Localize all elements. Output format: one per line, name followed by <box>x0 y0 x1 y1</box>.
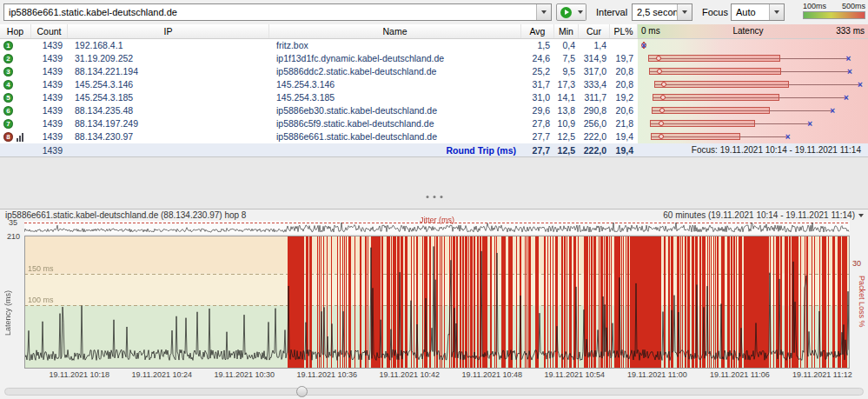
hop-row[interactable]: 2143931.19.209.252ip1f13d1fc.dynamic.kab… <box>0 52 868 65</box>
max-marker: × <box>807 117 812 130</box>
target-host-combobox[interactable] <box>3 3 552 21</box>
hop-cell: 3 <box>0 65 31 78</box>
header-min: Min <box>554 24 579 38</box>
header-latency: 0 ms Latency 333 ms <box>638 24 868 38</box>
max-marker: × <box>858 78 863 91</box>
avg-marker <box>661 82 666 87</box>
start-trace-dropdown-button[interactable] <box>574 3 586 21</box>
latency-range-box <box>653 94 779 101</box>
avg-marker <box>659 121 664 126</box>
max-marker: × <box>847 65 852 78</box>
time-range-select[interactable]: 60 minutes (19.11.2021 10:14 - 19.11.202… <box>663 210 864 220</box>
jitter-graph-canvas[interactable] <box>24 221 850 234</box>
hop-avg: 1,5 <box>521 39 554 52</box>
hop-name: ip5886e661.static.kabel-deutschland.de <box>269 130 521 143</box>
x-tick-label: 19.11.2021 10:48 <box>453 370 531 379</box>
legend-gradient-bar <box>803 11 865 19</box>
hop-cell: 8 <box>0 130 31 143</box>
hop-pl: 19,2 <box>610 91 638 104</box>
timeline-scrollbar[interactable] <box>4 388 864 396</box>
header-count: Count <box>31 24 68 38</box>
interval-value: 2,5 seconds <box>633 7 677 17</box>
max-marker: × <box>830 104 835 117</box>
scrollbar-thumb[interactable] <box>296 386 308 397</box>
hop-ip: 192.168.4.1 <box>68 39 269 52</box>
hop-cell: 1 <box>0 39 31 52</box>
hop-cell: 4 <box>0 78 31 91</box>
hop-avg: 25,2 <box>521 65 554 78</box>
hop-cur: 1,4 <box>579 39 610 52</box>
focus-caret[interactable] <box>769 4 784 20</box>
hop-avg: 27,7 <box>521 130 554 143</box>
hop-avg: 24,6 <box>521 52 554 65</box>
legend-high-label: 500ms <box>842 2 865 10</box>
hop-cell: 6 <box>0 104 31 117</box>
hop-count: 1439 <box>31 65 68 78</box>
hop-min: 17,3 <box>554 78 579 91</box>
hop-row[interactable]: 11439192.168.4.1fritz.box1,50,41,4× <box>0 39 868 52</box>
hop-count: 1439 <box>31 117 68 130</box>
target-host-input[interactable] <box>4 6 536 18</box>
hop-cur: 290,8 <box>579 104 610 117</box>
summary-min: 12,5 <box>554 143 579 157</box>
latency-range-box <box>648 55 781 62</box>
target-combo-caret[interactable] <box>536 4 551 20</box>
x-axis-labels: 19.11.2021 10:1819.11.2021 10:2419.11.20… <box>0 370 868 381</box>
hop-row[interactable]: 3143988.134.221.194ip5886ddc2.static.kab… <box>0 65 868 78</box>
latency-scale-legend: 100ms 500ms <box>803 2 865 23</box>
packet-loss-tick: 30 <box>852 259 861 268</box>
splitter-grip-icon[interactable] <box>426 196 442 198</box>
hop-name: ip1f13d1fc.dynamic.kabel-deutschland.de <box>269 52 521 65</box>
hop-number-badge: 7 <box>3 119 13 129</box>
toolbar: Interval 2,5 seconds Focus Auto 100ms 50… <box>0 0 868 25</box>
x-tick-label: 19.11.2021 10:36 <box>288 370 366 379</box>
latency-graph-canvas[interactable] <box>24 236 850 369</box>
hop-number-badge: 6 <box>3 106 13 116</box>
hop-name: 145.254.3.185 <box>269 91 521 104</box>
hop-pl: 20,8 <box>610 65 638 78</box>
hop-cur: 317,0 <box>579 65 610 78</box>
hop-row[interactable]: 7143988.134.197.249ip5886c5f9.static.kab… <box>0 117 868 130</box>
hop-count: 1439 <box>31 104 68 117</box>
interval-select[interactable]: 2,5 seconds <box>632 3 692 21</box>
hop-cur: 333,4 <box>579 78 610 91</box>
chevron-down-icon <box>858 214 864 217</box>
hop-avg: 27,8 <box>521 117 554 130</box>
hop-number-badge: 4 <box>3 80 13 90</box>
hop-name: fritz.box <box>269 39 521 52</box>
latency-scale-min-label: 0 ms <box>641 24 660 38</box>
hop-row[interactable]: 8143988.134.230.97ip5886e661.static.kabe… <box>0 130 868 143</box>
latency-range-box <box>650 120 755 127</box>
x-tick-label: 19.11.2021 11:00 <box>618 370 696 379</box>
timeline-title: ip5886e661.static.kabel-deutschland.de (… <box>5 210 246 220</box>
play-icon <box>560 7 572 18</box>
summary-hop-cell <box>0 143 31 157</box>
max-marker: × <box>641 39 646 52</box>
header-pl: PL% <box>610 24 638 38</box>
hop-latency-boxplot: × <box>638 117 868 130</box>
hop-ip: 31.19.209.252 <box>68 52 269 65</box>
hop-avg: 31,0 <box>521 91 554 104</box>
hop-latency-boxplot: × <box>638 91 868 104</box>
chevron-down-icon <box>774 10 779 14</box>
start-trace-button[interactable] <box>556 3 575 21</box>
hop-cell: 5 <box>0 91 31 104</box>
focus-value: Auto <box>732 7 769 17</box>
focus-select[interactable]: Auto <box>731 3 785 21</box>
hop-min: 12,5 <box>554 130 579 143</box>
hop-rows: 11439192.168.4.1fritz.box1,50,41,4×21439… <box>0 39 868 143</box>
hop-row[interactable]: 41439145.254.3.146145.254.3.14631,717,33… <box>0 78 868 91</box>
hop-pl: 20,8 <box>610 78 638 91</box>
latency-axis-label: Latency (ms) <box>3 290 12 336</box>
focus-label: Focus <box>702 7 728 17</box>
panel-splitter[interactable] <box>0 156 868 209</box>
latency-range-box <box>651 133 739 140</box>
x-tick-label: 19.11.2021 10:18 <box>40 370 118 379</box>
interval-label: Interval <box>596 7 627 17</box>
hop-row[interactable]: 51439145.254.3.185145.254.3.18531,014,13… <box>0 91 868 104</box>
hop-pl <box>610 39 638 52</box>
hop-latency-boxplot: × <box>638 39 868 52</box>
interval-caret[interactable] <box>677 4 692 20</box>
hop-ip: 88.134.197.249 <box>68 117 269 130</box>
hop-row[interactable]: 6143988.134.235.48ip5886eb30.static.kabe… <box>0 104 868 117</box>
